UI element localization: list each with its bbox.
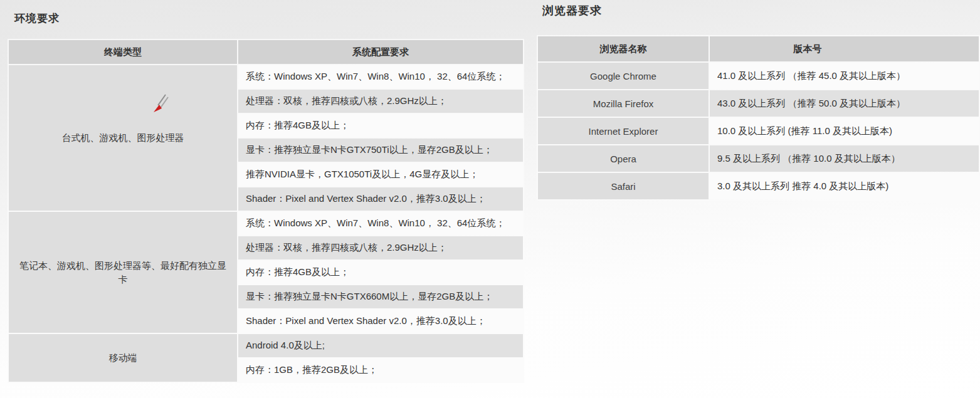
browser-version-cell: 9.5 及以上系列 （推荐 10.0 及其以上版本） xyxy=(710,145,979,172)
browser-version-cell: 3.0 及其以上系列 推荐 4.0 及其以上版本) xyxy=(710,173,979,199)
browser-table-header-row: 浏览器名称 版本号 xyxy=(538,36,979,61)
requirement-cell: 处理器：双核，推荐四核或八核，2.9GHz以上； xyxy=(238,236,523,259)
terminal-type-cell: 移动端 xyxy=(9,334,237,382)
browser-version-cell: 41.0 及以上系列 （推荐 45.0 及其以上版本） xyxy=(710,63,979,89)
requirement-cell: 显卡：推荐独立显卡N卡GTX750Ti以上，显存2GB及以上； xyxy=(238,139,523,162)
browser-requirements-table: 浏览器名称 版本号 Google Chrome41.0 及以上系列 （推荐 45… xyxy=(537,35,980,201)
browser-table-row: Opera9.5 及以上系列 （推荐 10.0 及其以上版本） xyxy=(538,145,979,172)
browser-name-cell: Internet Explorer xyxy=(538,118,709,144)
requirement-cell: 系统：Windows XP、Win7、Win8、Win10， 32、64位系统； xyxy=(238,65,523,88)
requirement-cell: Shader：Pixel and Vertex Shader v2.0，推荐3.… xyxy=(238,310,523,333)
env-table-row: 移动端Android 4.0及以上; xyxy=(9,334,523,357)
browser-table-row: Google Chrome41.0 及以上系列 （推荐 45.0 及其以上版本） xyxy=(538,63,979,89)
terminal-type-cell: 笔记本、游戏机、图形处理器等、最好配有独立显卡 xyxy=(9,212,237,333)
requirement-cell: 内存：1GB，推荐2GB及以上； xyxy=(238,359,523,382)
browser-table-row: Safari3.0 及其以上系列 推荐 4.0 及其以上版本) xyxy=(538,173,979,199)
browser-name-cell: Google Chrome xyxy=(538,63,709,89)
browser-requirements-title: 浏览器要求 xyxy=(542,3,602,18)
terminal-type-cell: 台式机、游戏机、图形处理器 xyxy=(9,65,237,211)
environment-requirements-table: 终端类型 系统配置要求 台式机、游戏机、图形处理器系统：Windows XP、W… xyxy=(8,39,524,383)
environment-requirements-title: 环境要求 xyxy=(14,11,60,26)
red-annotation-cursor-icon xyxy=(151,92,170,117)
env-table-row: 笔记本、游戏机、图形处理器等、最好配有独立显卡系统：Windows XP、Win… xyxy=(9,212,523,235)
env-table-header-row: 终端类型 系统配置要求 xyxy=(9,40,523,64)
requirement-cell: Android 4.0及以上; xyxy=(238,334,523,357)
browser-name-cell: Mozilla Firefox xyxy=(538,90,709,117)
system-config-header: 系统配置要求 xyxy=(238,40,523,64)
terminal-type-header: 终端类型 xyxy=(9,40,237,64)
browser-table-row: Internet Explorer10.0 及以上系列 (推荐 11.0 及其以… xyxy=(538,118,979,144)
requirement-cell: 内存：推荐4GB及以上； xyxy=(238,261,523,284)
version-number-header: 版本号 xyxy=(710,36,979,61)
requirement-cell: 显卡：推荐独立显卡N卡GTX660M以上，显存2GB及以上； xyxy=(238,285,523,308)
requirement-cell: 处理器：双核，推荐四核或八核，2.9GHz以上； xyxy=(238,90,523,113)
requirement-cell: Shader：Pixel and Vertex Shader v2.0，推荐3.… xyxy=(238,187,523,211)
browser-name-cell: Safari xyxy=(538,173,709,199)
browser-name-header: 浏览器名称 xyxy=(538,36,709,61)
requirement-cell: 系统：Windows XP、Win7、Win8、Win10， 32、64位系统； xyxy=(238,212,523,235)
requirement-cell: 内存：推荐4GB及以上； xyxy=(238,114,523,137)
browser-version-cell: 10.0 及以上系列 (推荐 11.0 及其以上版本) xyxy=(710,118,979,144)
browser-name-cell: Opera xyxy=(538,145,709,172)
browser-version-cell: 43.0 及以上系列 （推荐 50.0 及其以上版本） xyxy=(710,90,979,117)
requirement-cell: 推荐NVIDIA显卡，GTX1050Ti及以上，4G显存及以上； xyxy=(238,163,523,186)
browser-table-row: Mozilla Firefox43.0 及以上系列 （推荐 50.0 及其以上版… xyxy=(538,90,979,117)
env-table-row: 台式机、游戏机、图形处理器系统：Windows XP、Win7、Win8、Win… xyxy=(9,65,523,88)
